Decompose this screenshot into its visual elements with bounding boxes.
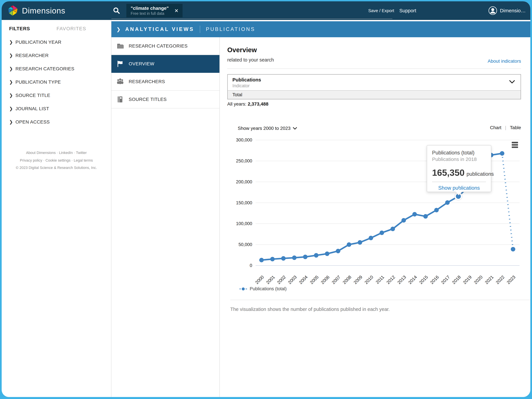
data-point-2006[interactable] [325, 252, 329, 256]
search-term-chip[interactable]: "climate change" Free text in full data … [126, 4, 183, 18]
nav-item-researchers[interactable]: RESEARCHERS [111, 73, 219, 91]
x-axis-tick-label: 2023 [506, 274, 516, 285]
tab-favorites[interactable]: FAVORITES [57, 26, 86, 32]
user-menu[interactable]: Dimensio… [488, 1, 526, 20]
chevron-right-icon: ❯ [9, 93, 15, 98]
footer-links-social[interactable]: About Dimensions · LinkedIn · Twitter [2, 151, 111, 155]
filters-sidebar: FILTERS FAVORITES ❯ PUBLICATION YEAR ❯ R… [2, 20, 111, 397]
close-icon[interactable]: ✕ [174, 8, 178, 14]
filter-research-categories[interactable]: ❯ RESEARCH CATEGORIES [2, 65, 111, 73]
data-point-2009[interactable] [358, 240, 362, 245]
data-point-2002[interactable] [281, 256, 286, 261]
x-axis-tick-label: 2004 [298, 274, 309, 285]
toggle-chart[interactable]: Chart [490, 125, 501, 130]
filter-publication-type[interactable]: ❯ PUBLICATION TYPE [2, 78, 111, 86]
x-axis-tick-label: 2005 [309, 274, 320, 285]
data-point-2013[interactable] [401, 218, 406, 223]
chevron-right-icon: ❯ [9, 79, 15, 85]
x-axis-tick-label: 2009 [353, 274, 363, 285]
data-point-2010[interactable] [369, 236, 373, 240]
data-point-2012[interactable] [391, 227, 395, 231]
y-axis-tick-label: 50,000 [238, 242, 252, 247]
x-axis-tick-label: 2001 [265, 274, 276, 285]
filter-open-access[interactable]: ❯ OPEN ACCESS [2, 118, 111, 126]
filter-researcher[interactable]: ❯ RESEARCHER [2, 52, 111, 59]
x-axis-tick-label: 2006 [320, 274, 330, 285]
x-axis-tick-label: 2017 [440, 274, 451, 285]
breadcrumb-section[interactable]: ANALYTICAL VIEWS [125, 26, 194, 32]
topbar-divider [111, 19, 392, 19]
nav-item-overview[interactable]: OVERVIEW [111, 55, 219, 73]
book-icon [116, 95, 124, 103]
about-indicators-link[interactable]: About indicators [488, 58, 521, 64]
chevron-right-icon: ❯ [9, 106, 15, 111]
x-axis-tick-label: 2011 [375, 274, 385, 285]
data-point-2004[interactable] [303, 255, 308, 259]
indicator-option-total[interactable]: Total [228, 90, 520, 99]
x-axis-tick-label: 2021 [484, 274, 494, 285]
data-point-2000[interactable] [259, 258, 264, 262]
chevron-down-icon [293, 127, 297, 130]
data-point-2011[interactable] [380, 231, 384, 235]
nav-item-source-titles[interactable]: SOURCE TITLES [111, 91, 219, 108]
y-axis-tick-label: 100,000 [236, 221, 252, 226]
folder-icon [116, 42, 124, 50]
indicator-type-label: Indicator [232, 83, 520, 89]
show-years-control[interactable]: Show years 2000 to 2023 [238, 126, 297, 131]
x-axis-tick-label: 2020 [473, 274, 484, 285]
legend-item-publications-total[interactable]: Publications (total) [239, 286, 287, 291]
x-axis-tick-label: 2010 [364, 274, 374, 285]
search-icon[interactable] [113, 7, 120, 14]
data-point-2007[interactable] [336, 249, 340, 253]
x-axis-tick-label: 2019 [462, 274, 473, 285]
x-axis-tick-label: 2002 [276, 274, 287, 285]
data-point-2001[interactable] [270, 257, 275, 261]
indicator-name: Publications [232, 77, 520, 83]
data-point-2003[interactable] [292, 255, 297, 260]
dimensions-gem-icon [7, 5, 19, 17]
x-axis-tick-label: 2018 [451, 274, 462, 285]
chart-caption: The visualization shows the number of pu… [230, 307, 390, 312]
data-point-2016[interactable] [434, 208, 439, 212]
filter-source-title[interactable]: ❯ SOURCE TITLE [2, 92, 111, 99]
x-axis-tick-label: 2014 [407, 274, 418, 285]
chart-tooltip: Publications (total) Publications in 201… [427, 145, 491, 192]
chart-table-toggle: Chart | Table [490, 125, 521, 130]
support-button[interactable]: Support [399, 1, 416, 20]
y-axis-tick-label: 250,000 [236, 158, 252, 163]
chevron-right-icon: ❯ [9, 53, 15, 58]
data-point-2014[interactable] [412, 212, 417, 216]
filter-journal-list[interactable]: ❯ JOURNAL LIST [2, 105, 111, 113]
data-point-2008[interactable] [347, 242, 351, 247]
footer-links-legal[interactable]: Privacy policy · Cookie settings · Legal… [2, 158, 111, 163]
tab-filters[interactable]: FILTERS [9, 26, 30, 32]
data-point-2023[interactable] [511, 247, 515, 251]
chart-menu-icon[interactable] [512, 142, 518, 149]
breadcrumb-page: PUBLICATIONS [206, 26, 255, 32]
indicator-dropdown[interactable]: Publications Indicator Total [227, 74, 521, 99]
dimensions-logo[interactable]: Dimensions [7, 1, 65, 20]
x-axis-tick-label: 2022 [495, 274, 506, 285]
x-axis-tick-label: 2013 [397, 274, 407, 285]
data-point-2022[interactable] [500, 151, 504, 156]
header-divider [227, 69, 521, 69]
x-axis-tick-label: 2015 [418, 274, 429, 285]
all-years-value: 2,373,488 [248, 101, 268, 107]
data-point-2005[interactable] [314, 253, 318, 258]
filter-publication-year[interactable]: ❯ PUBLICATION YEAR [2, 38, 111, 46]
chevron-right-icon: ❯ [9, 40, 15, 45]
brand-name: Dimensions [22, 6, 65, 15]
nav-item-research-categories[interactable]: RESEARCH CATEGORIES [111, 37, 219, 55]
data-point-2017[interactable] [445, 200, 450, 205]
data-point-2015[interactable] [423, 214, 428, 219]
x-axis-tick-label: 2016 [429, 274, 440, 285]
tooltip-year-label: Publications in 2018 [432, 156, 486, 162]
footer-copyright: © 2023 Digital Science & Research Soluti… [2, 165, 111, 170]
collapse-views-icon[interactable]: ❯ [116, 26, 120, 32]
toggle-table[interactable]: Table [510, 125, 521, 130]
top-bar: Dimensions "climate change" Free text in… [2, 1, 530, 20]
save-export-button[interactable]: Save / Export [368, 1, 394, 20]
y-axis-tick-label: 200,000 [236, 179, 252, 184]
analytical-views-nav: RESEARCH CATEGORIES OVERVIEW RESEARCHERS [111, 37, 220, 397]
breadcrumb-separator [200, 25, 200, 33]
